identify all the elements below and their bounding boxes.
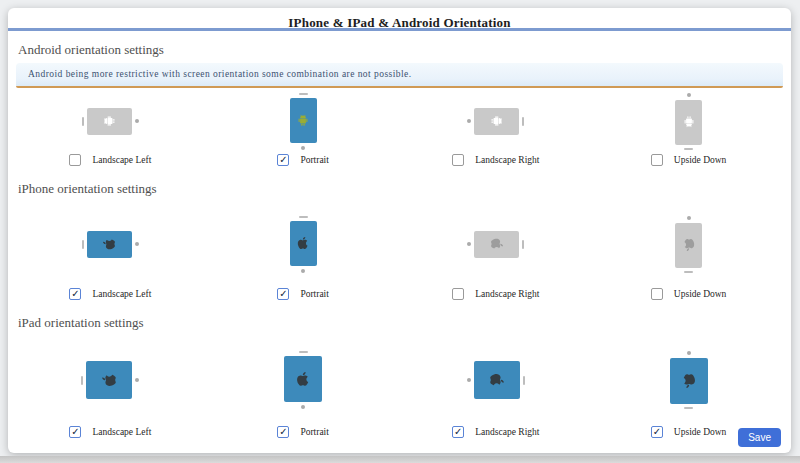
device-speaker-line — [684, 407, 693, 409]
device-preview-area — [82, 90, 139, 152]
orientation-toggle[interactable]: Landscape Right — [452, 154, 539, 166]
device-speaker-line — [684, 148, 693, 150]
apple-logo-icon — [296, 236, 310, 250]
orientation-option: ✓ Landscape Left — [14, 202, 207, 300]
device-speaker-line — [684, 271, 693, 273]
orientation-checkbox[interactable]: ✓ — [651, 426, 663, 438]
device-orientation-graphic — [284, 351, 322, 409]
device-home-button — [301, 405, 305, 409]
orientation-option: Landscape Right — [400, 202, 593, 300]
apple-logo-icon — [101, 372, 117, 388]
orientation-toggle[interactable]: ✓ Portrait — [277, 288, 329, 300]
device-home-button — [301, 146, 305, 150]
device-orientation-graphic — [467, 108, 524, 135]
orientation-toggle[interactable]: ✓ Landscape Left — [69, 426, 151, 438]
orientation-option: Upside Down — [592, 90, 785, 166]
card-content: Android orientation settings Android bei… — [8, 31, 791, 453]
orientation-checkbox[interactable]: ✓ — [277, 426, 289, 438]
orientation-checkbox[interactable]: ✓ — [452, 426, 464, 438]
apple-logo-icon — [490, 237, 504, 251]
orientation-label: Landscape Right — [475, 289, 539, 299]
orientation-checkbox[interactable]: ✓ — [277, 288, 289, 300]
device-home-button — [135, 242, 139, 246]
orientation-toggle[interactable]: Upside Down — [651, 288, 727, 300]
orientation-section: iPhone orientation settings ✓ Landscape … — [14, 181, 785, 300]
device-home-button — [467, 378, 471, 382]
device-speaker-line — [299, 93, 308, 95]
device-screen — [284, 356, 322, 402]
device-speaker-line — [81, 376, 83, 385]
apple-logo-icon — [295, 371, 311, 387]
orientation-toggle[interactable]: ✓ Portrait — [277, 426, 329, 438]
orientation-toggle[interactable]: ✓ Portrait — [277, 154, 329, 166]
bottom-status-strip — [0, 456, 800, 463]
orientation-option: ✓ Portrait — [207, 90, 400, 166]
orientation-checkbox[interactable] — [651, 288, 663, 300]
device-orientation-graphic — [82, 231, 139, 258]
orientation-option: ✓ Landscape Right — [400, 336, 593, 438]
device-preview-area — [467, 202, 524, 286]
orientation-checkbox[interactable] — [452, 154, 464, 166]
orientation-label: Landscape Right — [475, 155, 539, 165]
device-home-button — [687, 93, 691, 97]
orientation-label: Portrait — [300, 155, 329, 165]
device-speaker-line — [299, 351, 308, 353]
orientation-toggle[interactable]: ✓ Upside Down — [651, 426, 727, 438]
card-header: IPhone & IPad & Android Orientation — [8, 8, 791, 31]
orientation-checkbox[interactable]: ✓ — [69, 288, 81, 300]
device-home-button — [687, 351, 691, 355]
device-preview-area — [467, 90, 524, 152]
orientation-label: Landscape Left — [92, 155, 151, 165]
device-orientation-graphic — [290, 93, 317, 150]
device-orientation-graphic — [290, 216, 317, 273]
device-screen — [87, 108, 132, 135]
orientation-checkbox[interactable] — [651, 154, 663, 166]
page-title: IPhone & IPad & Android Orientation — [288, 15, 510, 30]
orientation-option: Upside Down — [592, 202, 785, 300]
apple-logo-icon — [681, 373, 697, 389]
section-title: Android orientation settings — [18, 42, 781, 58]
apple-logo-icon — [102, 237, 116, 251]
orientation-toggle[interactable]: Upside Down — [651, 154, 727, 166]
android-robot-icon — [682, 115, 696, 129]
orientation-checkbox[interactable]: ✓ — [69, 426, 81, 438]
orientation-toggle[interactable]: ✓ Landscape Right — [452, 426, 539, 438]
device-orientation-graphic — [675, 93, 702, 150]
device-preview-area — [675, 202, 702, 286]
device-screen — [290, 98, 317, 143]
orientation-checkbox[interactable] — [452, 288, 464, 300]
orientation-checkbox[interactable] — [69, 154, 81, 166]
orientation-option: Landscape Right — [400, 90, 593, 166]
device-orientation-graphic — [82, 108, 139, 135]
orientation-option: ✓ Upside Down — [592, 336, 785, 438]
options-row: ✓ Landscape Left ✓ Portrait — [14, 336, 785, 438]
device-screen — [675, 100, 702, 145]
section-title: iPad orientation settings — [18, 315, 781, 331]
save-button[interactable]: Save — [738, 428, 781, 447]
orientation-settings-card: IPhone & IPad & Android Orientation Andr… — [8, 8, 791, 453]
orientation-label: Upside Down — [674, 289, 727, 299]
device-preview-area — [467, 336, 525, 424]
options-row: ✓ Landscape Left ✓ Portrait — [14, 202, 785, 300]
device-screen — [474, 108, 519, 135]
device-preview-area — [290, 90, 317, 152]
orientation-label: Upside Down — [674, 427, 727, 437]
orientation-toggle[interactable]: Landscape Left — [69, 154, 151, 166]
apple-logo-icon — [489, 372, 505, 388]
orientation-checkbox[interactable]: ✓ — [277, 154, 289, 166]
orientation-label: Portrait — [300, 289, 329, 299]
device-screen — [290, 221, 317, 266]
orientation-section: iPad orientation settings ✓ Landscape Le… — [14, 315, 785, 438]
device-home-button — [301, 269, 305, 273]
device-preview-area — [81, 336, 139, 424]
device-speaker-line — [299, 216, 308, 218]
orientation-toggle[interactable]: Landscape Right — [452, 288, 539, 300]
device-orientation-graphic — [670, 351, 708, 409]
device-screen — [86, 361, 132, 399]
orientation-label: Landscape Right — [475, 427, 539, 437]
orientation-label: Landscape Left — [92, 289, 151, 299]
device-speaker-line — [523, 376, 525, 385]
orientation-label: Portrait — [300, 427, 329, 437]
orientation-toggle[interactable]: ✓ Landscape Left — [69, 288, 151, 300]
device-home-button — [687, 216, 691, 220]
